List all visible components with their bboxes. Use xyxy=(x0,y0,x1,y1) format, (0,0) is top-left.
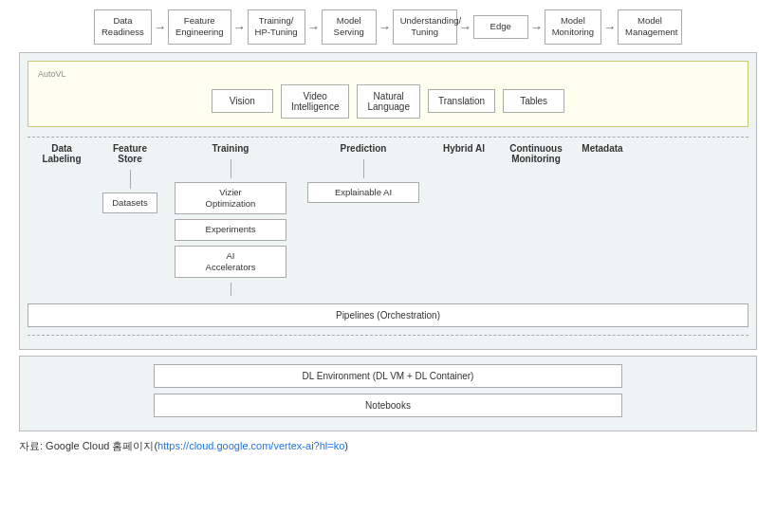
pipeline-step-model-serving: ModelServing xyxy=(322,9,377,45)
pipeline-step-feature-engineering: FeatureEngineering xyxy=(168,9,231,45)
main-container: AutoVL Vision VideoIntelligence NaturalL… xyxy=(19,52,757,351)
notebooks-box: Notebooks xyxy=(154,394,622,417)
autovl-tables: Tables xyxy=(503,89,564,113)
pipelines-bar: Pipelines (Orchestration) xyxy=(28,303,748,327)
datasets-box: Datasets xyxy=(102,193,157,213)
autovl-boxes: Vision VideoIntelligence NaturalLanguage… xyxy=(38,84,738,119)
arrow-4: → xyxy=(379,21,391,33)
source-url[interactable]: https://cloud.google.com/vertex-ai?hl=ko xyxy=(157,440,344,451)
pipeline-row: DataReadiness → FeatureEngineering → Tra… xyxy=(19,9,757,45)
hybrid-ai-header: Hybrid AI xyxy=(443,143,485,154)
autovl-translation: Translation xyxy=(428,89,495,113)
autovl-label: AutoVL xyxy=(38,69,738,79)
prediction-header: Prediction xyxy=(341,143,387,154)
dashed-divider-2 xyxy=(28,335,748,336)
arrow-6: → xyxy=(530,21,543,33)
source-suffix: ) xyxy=(344,440,348,451)
metadata-header: Metadata xyxy=(582,143,622,154)
feature-store-header: FeatureStore xyxy=(113,143,147,164)
vert-line-prediction xyxy=(363,159,364,178)
col-continuous-monitoring: ContinuousMonitoring xyxy=(498,143,574,170)
source-line: 자료: Google Cloud 홈페이지(https://cloud.goog… xyxy=(19,439,757,453)
explainable-ai-box: Explainable AI xyxy=(307,182,420,203)
experiments-box: Experiments xyxy=(175,219,287,240)
arrow-7: → xyxy=(603,21,616,33)
vert-line-training-bottom xyxy=(231,283,231,296)
arrow-5: → xyxy=(459,21,471,33)
vert-line-feature xyxy=(130,170,131,189)
pipeline-step-training-hp: Training/HP-Tuning xyxy=(248,9,305,45)
col-hybrid-ai: Hybrid AI xyxy=(430,143,498,159)
autovl-section: AutoVL Vision VideoIntelligence NaturalL… xyxy=(28,61,748,127)
dashed-divider-1 xyxy=(28,137,748,138)
dl-environment-box: DL Environment (DL VM + DL Container) xyxy=(154,364,622,388)
arrow-1: → xyxy=(154,21,166,33)
training-header: Training xyxy=(212,143,249,154)
data-labeling-header: DataLabeling xyxy=(42,143,81,164)
pipeline-step-model-monitoring: ModelMonitoring xyxy=(545,9,601,45)
bottom-section: DL Environment (DL VM + DL Container) No… xyxy=(19,356,757,431)
arrow-3: → xyxy=(307,21,320,33)
pipeline-step-model-management: ModelManagement xyxy=(618,9,682,45)
col-prediction: Prediction Explainable AI xyxy=(297,143,430,208)
arrow-2: → xyxy=(233,21,246,33)
pipeline-step-data-readiness: DataReadiness xyxy=(94,9,152,45)
middle-section: DataLabeling FeatureStore Datasets Train… xyxy=(28,143,748,297)
col-training: Training VizierOptimization Experiments … xyxy=(164,143,297,297)
vizier-optimization-box: VizierOptimization xyxy=(175,182,287,215)
pipeline-step-edge: Edge xyxy=(473,15,528,38)
ai-accelerators-box: AIAccelerators xyxy=(175,246,287,279)
autovl-video-intelligence: VideoIntelligence xyxy=(281,84,350,119)
col-feature-store: FeatureStore Datasets xyxy=(96,143,164,218)
source-prefix: 자료: Google Cloud 홈페이지( xyxy=(19,440,157,451)
autovl-vision: Vision xyxy=(212,89,273,113)
continuous-monitoring-header: ContinuousMonitoring xyxy=(509,143,563,164)
pipeline-step-understanding: Understanding/Tuning xyxy=(393,9,457,45)
autovl-natural-language: NaturalLanguage xyxy=(357,84,420,119)
col-metadata: Metadata xyxy=(574,143,631,159)
col-data-labeling: DataLabeling xyxy=(28,143,96,170)
vert-line-training xyxy=(231,159,231,178)
